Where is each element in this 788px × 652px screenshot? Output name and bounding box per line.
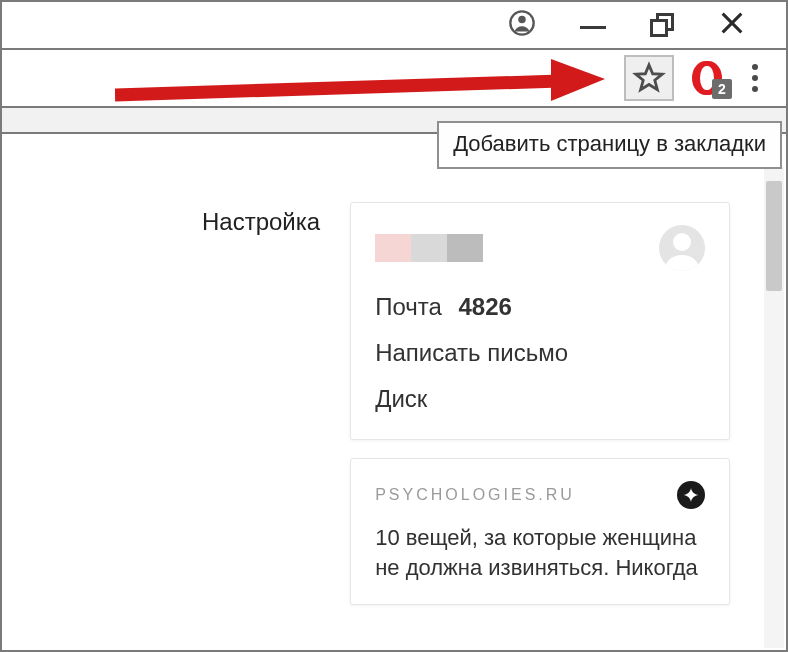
- mail-link[interactable]: Почта 4826: [375, 293, 705, 321]
- profile-icon[interactable]: [508, 9, 536, 41]
- zen-icon: [677, 481, 705, 509]
- menu-kebab-icon[interactable]: [744, 58, 766, 98]
- svg-point-1: [518, 16, 525, 23]
- news-source: PSYCHOLOGIES.RU: [375, 486, 575, 504]
- bookmark-star-button[interactable]: [624, 55, 674, 101]
- opera-extension-icon[interactable]: 2: [692, 61, 726, 95]
- compose-link[interactable]: Написать письмо: [375, 339, 705, 367]
- minimize-icon[interactable]: [580, 25, 606, 29]
- mail-count: 4826: [458, 293, 511, 320]
- news-title: 10 вещей, за которые женщина не должна и…: [375, 523, 705, 582]
- settings-link[interactable]: Настройка: [202, 208, 320, 605]
- svg-marker-4: [636, 65, 662, 90]
- user-mail-card: Почта 4826 Написать письмо Диск: [350, 202, 730, 440]
- window-titlebar: [2, 2, 786, 50]
- close-icon[interactable]: [718, 9, 746, 41]
- mail-label: Почта: [375, 293, 442, 320]
- opera-badge-count: 2: [712, 79, 732, 99]
- page-content: Настройка Почта 4826 Написать письмо Дис…: [2, 134, 786, 605]
- disk-link[interactable]: Диск: [375, 385, 705, 413]
- page-scrollbar[interactable]: [764, 167, 784, 648]
- news-card[interactable]: PSYCHOLOGIES.RU 10 вещей, за которые жен…: [350, 458, 730, 605]
- bookmark-tooltip: Добавить страницу в закладки: [437, 121, 782, 169]
- scroll-thumb[interactable]: [766, 181, 782, 291]
- avatar-icon[interactable]: [659, 225, 705, 271]
- restore-icon[interactable]: [650, 13, 674, 37]
- username-blurred: [375, 234, 483, 262]
- browser-toolbar: 2: [2, 50, 786, 108]
